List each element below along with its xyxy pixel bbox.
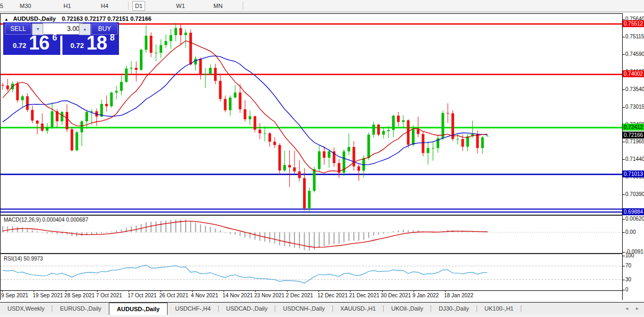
candle-body: [155, 53, 157, 53]
candle-body: [41, 124, 44, 131]
price-level-badge: 0.69884: [623, 208, 644, 215]
candle-body: [26, 96, 29, 110]
rsi-axis-label: 30: [625, 277, 631, 282]
candle-body: [185, 32, 187, 35]
timeframe-button-d1[interactable]: D1: [132, 1, 145, 11]
price-tick: [622, 37, 625, 37]
date-label: 9 Jan 2022: [412, 292, 439, 298]
chart-tab-xauusd-h1[interactable]: XAUUSD-,H1: [333, 303, 384, 315]
candle-body: [199, 59, 202, 75]
candle-body: [308, 191, 311, 208]
candle-body: [392, 116, 395, 130]
candle-body: [417, 129, 419, 134]
timeframe-button-m30[interactable]: M30: [18, 2, 33, 10]
sell-price-pip: 6: [52, 33, 57, 43]
chart-tab-usdx-weekly[interactable]: USDX,Weekly: [0, 303, 52, 315]
candle-body: [328, 151, 330, 158]
candle-body: [170, 35, 172, 41]
candle-body: [382, 131, 385, 135]
chart-tab-ukoil-daily[interactable]: UKOil-,Daily: [384, 303, 431, 315]
candle-body: [273, 142, 276, 145]
panel-separator[interactable]: [0, 215, 623, 216]
timeframe-button-h4[interactable]: H4: [99, 2, 110, 10]
price-level-badge: 0.75512: [623, 20, 644, 27]
candle-body: [422, 134, 424, 153]
date-label: 18 Jan 2022: [444, 292, 473, 298]
candle-body: [407, 120, 410, 145]
candle-body: [164, 41, 167, 45]
macd-plot[interactable]: [1, 216, 622, 253]
chart-border-right: [622, 13, 623, 302]
price-divider: [60, 36, 62, 55]
date-tick: [129, 290, 129, 292]
date-label: 23 Nov 2021: [254, 292, 284, 298]
date-label: 2 Dec 2021: [286, 292, 313, 298]
sell-price-big: 16: [29, 32, 49, 54]
price-tick-label: 0.73015: [625, 104, 644, 110]
candle-body: [140, 50, 142, 70]
tab-scroll-left-icon[interactable]: ◂: [625, 305, 628, 311]
candle-body: [46, 127, 49, 131]
price-level-badge: 0.74002: [623, 70, 644, 77]
date-tick: [445, 290, 446, 292]
rsi-line: [3, 265, 488, 283]
timeframe-button-mn[interactable]: MN: [211, 2, 225, 10]
status-strip: [0, 315, 644, 317]
chart-tab-uk100-h1[interactable]: UK100-,H1: [477, 303, 521, 315]
timeframe-button-5[interactable]: 5: [0, 2, 5, 10]
chart-tab-eurusd-daily[interactable]: EURUSD-,Daily: [52, 303, 109, 315]
buy-price-prefix: 0.72: [70, 42, 84, 50]
rsi-tick: [622, 290, 625, 290]
candle-body: [61, 112, 63, 121]
candle-body: [229, 97, 232, 110]
chart-window: ▲ AUDUSD-,Daily 0.72163 0.72177 0.72151 …: [0, 13, 644, 304]
chart-tab-dj30-daily[interactable]: DJ30-,Daily: [431, 303, 476, 315]
date-label: 30 Dec 2021: [381, 292, 411, 298]
rsi-axis-label: 0: [625, 287, 629, 292]
sell-button[interactable]: SELL: [5, 23, 31, 35]
price-tick-label: 0.71965: [625, 139, 644, 144]
candle-body: [253, 116, 256, 129]
candle-body: [377, 125, 380, 135]
timeframe-button-h1[interactable]: H1: [61, 2, 73, 10]
candle-body: [214, 68, 217, 81]
candle-body: [447, 113, 449, 113]
price-tick: [622, 90, 625, 90]
candle-body: [264, 133, 266, 134]
candle-body: [244, 109, 247, 119]
date-label: 17 Oct 2021: [128, 292, 156, 298]
rsi-tick: [622, 266, 625, 266]
date-label: 26 Oct 2021: [160, 292, 188, 298]
sell-price-prefix: 0.72: [13, 42, 26, 50]
candle-body: [323, 151, 325, 158]
chart-tab-usdcad-daily[interactable]: USDCAD-,Daily: [219, 303, 275, 315]
macd-tick: [622, 252, 625, 253]
candle-body: [456, 139, 459, 140]
timeframe-button-w1[interactable]: W1: [174, 2, 187, 10]
price-tick-label: 0.75115: [625, 34, 644, 39]
panel-separator[interactable]: [0, 254, 623, 254]
candle-body: [189, 32, 192, 64]
chart-tab-audusd-daily[interactable]: AUDUSD-,Daily: [109, 303, 168, 315]
toolbar-separator: [243, 2, 243, 10]
chart-tab-bar: USDX,WeeklyEURUSD-,DailyAUDUSD-,DailyUSD…: [0, 303, 644, 315]
candle-body: [412, 129, 415, 145]
tab-scroll-right-icon[interactable]: ▸: [636, 305, 639, 311]
candle-body: [219, 81, 221, 99]
chart-tab-usdchf-h4[interactable]: USDCHF-,H4: [168, 303, 218, 315]
tab-nav-arrows: ◂ ▸: [622, 303, 642, 314]
candle-body: [179, 28, 182, 35]
date-tick: [66, 290, 66, 292]
price-tick: [622, 194, 625, 195]
price-level-badge: 0.71013: [623, 170, 644, 177]
chart-tab-usdcnh-daily[interactable]: USDCNH-,Daily: [275, 303, 332, 315]
date-tick: [414, 290, 414, 292]
candle-body: [239, 93, 242, 109]
candle-body: [90, 111, 93, 112]
current-price-badge: 0.72166: [623, 132, 644, 139]
macd-tick: [622, 232, 625, 233]
rsi-plot[interactable]: [1, 254, 622, 290]
rsi-axis-label: 100: [625, 253, 634, 258]
date-tick: [319, 290, 319, 292]
date-label: 28 Sep 2021: [65, 292, 95, 298]
